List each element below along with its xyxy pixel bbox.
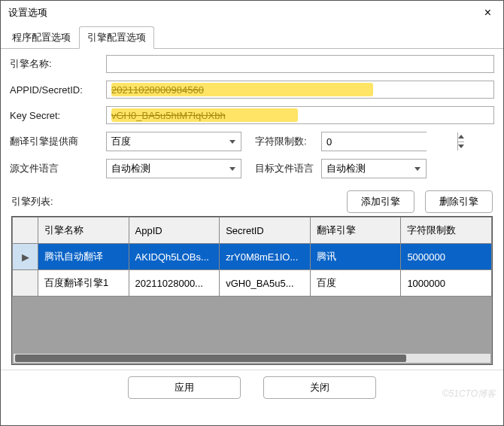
engine-grid[interactable]: 引擎名称 AppID SecretID 翻译引擎 字符限制数 ▶ 腾讯自动翻译 … [11,216,493,365]
label-engine-name: 引擎名称: [10,57,100,71]
add-engine-button[interactable]: 添加引擎 [347,190,414,213]
engine-name-input[interactable] [106,55,494,73]
apply-button[interactable]: 应用 [128,376,241,399]
appid-input[interactable]: 20211028000984560 [106,81,494,99]
redaction-highlight [111,83,373,96]
close-button[interactable]: 关闭 [263,376,376,399]
keysecret-input[interactable]: vGH0_BA5u5htM7IqUXbh [106,106,494,124]
cell-engine-name[interactable]: 腾讯自动翻译 [38,244,129,270]
label-tgt-lang: 目标文件语言 [247,162,315,175]
cell-secretid[interactable]: vGH0_BA5u5... [220,270,311,297]
label-src-lang: 源文件语言 [10,162,100,175]
cell-engine-name[interactable]: 百度翻译引擎1 [38,270,129,297]
grid-row[interactable]: ▶ 腾讯自动翻译 AKIDQh5LOBs... zrY0M8mE1IO... 腾… [13,244,492,270]
char-limit-stepper[interactable] [321,132,427,151]
svg-marker-0 [458,135,464,138]
label-char-limit: 字符限制数: [247,135,315,148]
horizontal-scrollbar[interactable] [14,354,490,363]
src-lang-select[interactable]: 自动检测 [106,159,241,178]
provider-select[interactable]: 百度 [106,132,241,151]
grid-row[interactable]: 百度翻译引擎1 20211028000... vGH0_BA5u5... 百度 … [13,270,492,297]
cell-engine[interactable]: 腾讯 [310,244,401,270]
titlebar: 设置选项 × [1,1,503,25]
cell-char-limit[interactable]: 5000000 [401,244,492,270]
scrollbar-thumb[interactable] [15,354,406,362]
cell-char-limit[interactable]: 1000000 [401,270,492,297]
engine-config-panel: 引擎名称: APPID/SecretID: 20211028000984560 … [1,49,503,186]
cell-secretid[interactable]: zrY0M8mE1IO... [220,244,311,270]
grid-corner-cell[interactable] [13,218,38,244]
svg-marker-1 [458,145,464,148]
label-keysecret: Key Secret: [10,110,100,121]
tgt-lang-select[interactable]: 自动检测 [321,159,427,178]
close-icon[interactable]: × [480,5,496,20]
label-engine-list: 引擎列表: [11,195,53,208]
tab-program-config[interactable]: 程序配置选项 [4,26,79,48]
delete-engine-button[interactable]: 删除引擎 [425,190,493,213]
col-engine[interactable]: 翻译引擎 [310,218,401,244]
watermark: ©51CTO博客 [442,388,496,400]
tab-strip: 程序配置选项 引擎配置选项 [1,26,503,49]
window-title: 设置选项 [8,6,47,20]
stepper-up-icon[interactable] [458,132,464,142]
cell-appid[interactable]: 20211028000... [129,270,220,297]
col-appid[interactable]: AppID [129,218,220,244]
cell-engine[interactable]: 百度 [310,270,401,297]
redaction-highlight [111,108,298,122]
stepper-down-icon[interactable] [458,142,464,151]
col-secretid[interactable]: SecretID [220,218,311,244]
tab-engine-config[interactable]: 引擎配置选项 [79,26,154,49]
label-provider: 翻译引擎提供商 [10,135,100,148]
col-engine-name[interactable]: 引擎名称 [38,218,129,244]
label-appid: APPID/SecretID: [10,84,100,96]
cell-appid[interactable]: AKIDQh5LOBs... [129,244,220,270]
col-char-limit[interactable]: 字符限制数 [401,218,492,244]
row-indicator-icon: ▶ [22,251,29,263]
char-limit-input[interactable] [322,132,457,151]
